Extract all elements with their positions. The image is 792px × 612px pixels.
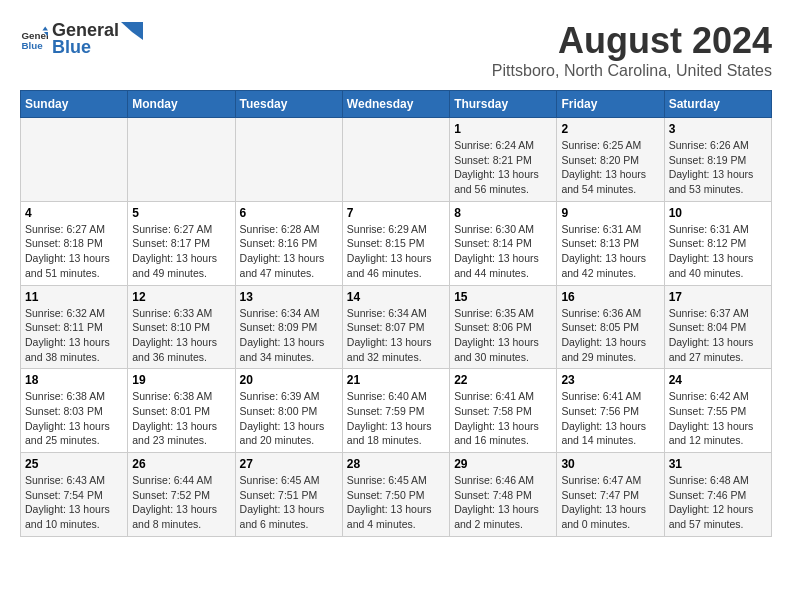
logo-icon: General Blue: [20, 25, 48, 53]
day-detail: Sunrise: 6:34 AMSunset: 8:09 PMDaylight:…: [240, 307, 325, 363]
day-number: 29: [454, 457, 552, 471]
day-detail: Sunrise: 6:32 AMSunset: 8:11 PMDaylight:…: [25, 307, 110, 363]
calendar-cell: 23Sunrise: 6:41 AMSunset: 7:56 PMDayligh…: [557, 369, 664, 453]
day-number: 30: [561, 457, 659, 471]
day-number: 21: [347, 373, 445, 387]
day-detail: Sunrise: 6:26 AMSunset: 8:19 PMDaylight:…: [669, 139, 754, 195]
day-detail: Sunrise: 6:42 AMSunset: 7:55 PMDaylight:…: [669, 390, 754, 446]
day-detail: Sunrise: 6:47 AMSunset: 7:47 PMDaylight:…: [561, 474, 646, 530]
calendar-cell: [235, 118, 342, 202]
day-detail: Sunrise: 6:25 AMSunset: 8:20 PMDaylight:…: [561, 139, 646, 195]
day-number: 7: [347, 206, 445, 220]
day-detail: Sunrise: 6:48 AMSunset: 7:46 PMDaylight:…: [669, 474, 754, 530]
day-detail: Sunrise: 6:44 AMSunset: 7:52 PMDaylight:…: [132, 474, 217, 530]
day-detail: Sunrise: 6:39 AMSunset: 8:00 PMDaylight:…: [240, 390, 325, 446]
svg-text:Blue: Blue: [21, 40, 43, 51]
day-number: 18: [25, 373, 123, 387]
calendar-body: 1Sunrise: 6:24 AMSunset: 8:21 PMDaylight…: [21, 118, 772, 537]
day-detail: Sunrise: 6:41 AMSunset: 7:56 PMDaylight:…: [561, 390, 646, 446]
logo: General Blue General Blue: [20, 20, 143, 58]
day-detail: Sunrise: 6:46 AMSunset: 7:48 PMDaylight:…: [454, 474, 539, 530]
day-detail: Sunrise: 6:33 AMSunset: 8:10 PMDaylight:…: [132, 307, 217, 363]
calendar-cell: 27Sunrise: 6:45 AMSunset: 7:51 PMDayligh…: [235, 453, 342, 537]
day-detail: Sunrise: 6:38 AMSunset: 8:03 PMDaylight:…: [25, 390, 110, 446]
header: General Blue General Blue August 2024 Pi…: [20, 20, 772, 80]
day-of-week-header: Friday: [557, 91, 664, 118]
calendar-cell: 20Sunrise: 6:39 AMSunset: 8:00 PMDayligh…: [235, 369, 342, 453]
calendar-cell: 26Sunrise: 6:44 AMSunset: 7:52 PMDayligh…: [128, 453, 235, 537]
calendar-cell: [128, 118, 235, 202]
day-number: 1: [454, 122, 552, 136]
day-number: 19: [132, 373, 230, 387]
calendar-cell: [21, 118, 128, 202]
day-detail: Sunrise: 6:38 AMSunset: 8:01 PMDaylight:…: [132, 390, 217, 446]
svg-marker-2: [42, 26, 48, 30]
day-number: 20: [240, 373, 338, 387]
calendar-cell: 12Sunrise: 6:33 AMSunset: 8:10 PMDayligh…: [128, 285, 235, 369]
day-detail: Sunrise: 6:31 AMSunset: 8:13 PMDaylight:…: [561, 223, 646, 279]
calendar-week-row: 1Sunrise: 6:24 AMSunset: 8:21 PMDaylight…: [21, 118, 772, 202]
calendar-table: SundayMondayTuesdayWednesdayThursdayFrid…: [20, 90, 772, 537]
day-number: 28: [347, 457, 445, 471]
day-number: 16: [561, 290, 659, 304]
day-number: 31: [669, 457, 767, 471]
main-title: August 2024: [492, 20, 772, 62]
day-number: 15: [454, 290, 552, 304]
calendar-header-row: SundayMondayTuesdayWednesdayThursdayFrid…: [21, 91, 772, 118]
calendar-cell: 25Sunrise: 6:43 AMSunset: 7:54 PMDayligh…: [21, 453, 128, 537]
calendar-cell: 1Sunrise: 6:24 AMSunset: 8:21 PMDaylight…: [450, 118, 557, 202]
day-of-week-header: Saturday: [664, 91, 771, 118]
day-number: 23: [561, 373, 659, 387]
day-detail: Sunrise: 6:36 AMSunset: 8:05 PMDaylight:…: [561, 307, 646, 363]
calendar-cell: 28Sunrise: 6:45 AMSunset: 7:50 PMDayligh…: [342, 453, 449, 537]
day-number: 9: [561, 206, 659, 220]
day-detail: Sunrise: 6:35 AMSunset: 8:06 PMDaylight:…: [454, 307, 539, 363]
calendar-cell: 31Sunrise: 6:48 AMSunset: 7:46 PMDayligh…: [664, 453, 771, 537]
day-number: 8: [454, 206, 552, 220]
calendar-cell: 4Sunrise: 6:27 AMSunset: 8:18 PMDaylight…: [21, 201, 128, 285]
calendar-cell: 6Sunrise: 6:28 AMSunset: 8:16 PMDaylight…: [235, 201, 342, 285]
day-number: 22: [454, 373, 552, 387]
calendar-cell: 18Sunrise: 6:38 AMSunset: 8:03 PMDayligh…: [21, 369, 128, 453]
day-detail: Sunrise: 6:24 AMSunset: 8:21 PMDaylight:…: [454, 139, 539, 195]
calendar-cell: 5Sunrise: 6:27 AMSunset: 8:17 PMDaylight…: [128, 201, 235, 285]
day-number: 26: [132, 457, 230, 471]
day-of-week-header: Monday: [128, 91, 235, 118]
title-block: August 2024 Pittsboro, North Carolina, U…: [492, 20, 772, 80]
day-number: 11: [25, 290, 123, 304]
calendar-cell: 9Sunrise: 6:31 AMSunset: 8:13 PMDaylight…: [557, 201, 664, 285]
calendar-cell: 3Sunrise: 6:26 AMSunset: 8:19 PMDaylight…: [664, 118, 771, 202]
day-detail: Sunrise: 6:40 AMSunset: 7:59 PMDaylight:…: [347, 390, 432, 446]
calendar-cell: [342, 118, 449, 202]
day-of-week-header: Wednesday: [342, 91, 449, 118]
day-number: 10: [669, 206, 767, 220]
day-number: 5: [132, 206, 230, 220]
calendar-week-row: 4Sunrise: 6:27 AMSunset: 8:18 PMDaylight…: [21, 201, 772, 285]
day-detail: Sunrise: 6:41 AMSunset: 7:58 PMDaylight:…: [454, 390, 539, 446]
day-number: 6: [240, 206, 338, 220]
day-number: 25: [25, 457, 123, 471]
calendar-cell: 11Sunrise: 6:32 AMSunset: 8:11 PMDayligh…: [21, 285, 128, 369]
calendar-cell: 24Sunrise: 6:42 AMSunset: 7:55 PMDayligh…: [664, 369, 771, 453]
calendar-cell: 2Sunrise: 6:25 AMSunset: 8:20 PMDaylight…: [557, 118, 664, 202]
day-detail: Sunrise: 6:37 AMSunset: 8:04 PMDaylight:…: [669, 307, 754, 363]
calendar-cell: 16Sunrise: 6:36 AMSunset: 8:05 PMDayligh…: [557, 285, 664, 369]
calendar-week-row: 18Sunrise: 6:38 AMSunset: 8:03 PMDayligh…: [21, 369, 772, 453]
calendar-cell: 22Sunrise: 6:41 AMSunset: 7:58 PMDayligh…: [450, 369, 557, 453]
day-detail: Sunrise: 6:45 AMSunset: 7:50 PMDaylight:…: [347, 474, 432, 530]
day-number: 3: [669, 122, 767, 136]
svg-marker-4: [121, 22, 143, 40]
day-of-week-header: Thursday: [450, 91, 557, 118]
day-number: 24: [669, 373, 767, 387]
day-detail: Sunrise: 6:30 AMSunset: 8:14 PMDaylight:…: [454, 223, 539, 279]
calendar-cell: 14Sunrise: 6:34 AMSunset: 8:07 PMDayligh…: [342, 285, 449, 369]
logo-arrow-icon: [121, 22, 143, 40]
calendar-cell: 8Sunrise: 6:30 AMSunset: 8:14 PMDaylight…: [450, 201, 557, 285]
day-number: 13: [240, 290, 338, 304]
subtitle: Pittsboro, North Carolina, United States: [492, 62, 772, 80]
day-detail: Sunrise: 6:45 AMSunset: 7:51 PMDaylight:…: [240, 474, 325, 530]
day-number: 4: [25, 206, 123, 220]
calendar-cell: 21Sunrise: 6:40 AMSunset: 7:59 PMDayligh…: [342, 369, 449, 453]
calendar-cell: 30Sunrise: 6:47 AMSunset: 7:47 PMDayligh…: [557, 453, 664, 537]
day-detail: Sunrise: 6:27 AMSunset: 8:18 PMDaylight:…: [25, 223, 110, 279]
